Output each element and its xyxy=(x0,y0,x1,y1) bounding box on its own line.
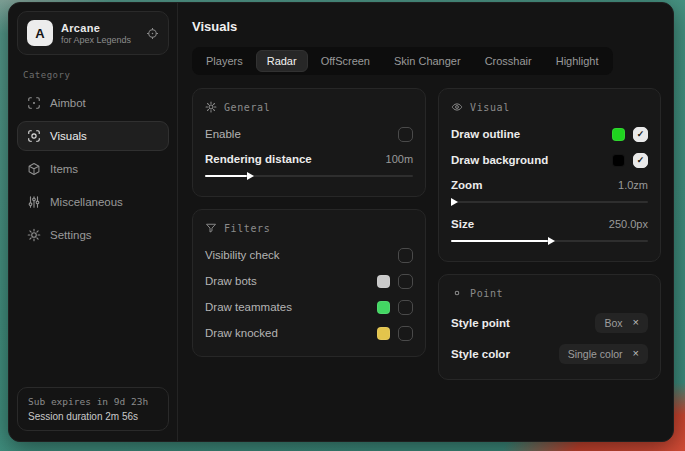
gear-icon xyxy=(205,101,217,113)
rendering-distance-label: Rendering distance xyxy=(205,153,312,165)
zoom-value: 1.0zm xyxy=(618,179,648,191)
close-icon[interactable]: × xyxy=(633,348,639,359)
sliders-icon xyxy=(27,195,41,209)
funnel-icon xyxy=(205,222,217,234)
visual-panel: Visual Draw outline ✓ Draw background xyxy=(438,88,661,262)
tab-skin-changer[interactable]: Skin Changer xyxy=(383,50,472,72)
zoom-label: Zoom xyxy=(451,179,482,191)
draw-bots-controls xyxy=(377,274,413,289)
zoom-slider[interactable] xyxy=(451,197,648,207)
package-icon xyxy=(27,162,41,176)
style-point-row: Style point Box × xyxy=(451,307,648,338)
style-point-value: Box xyxy=(604,317,622,329)
sidebar-item-label: Miscellaneous xyxy=(50,196,123,208)
draw-knocked-label: Draw knocked xyxy=(205,327,278,339)
draw-teammates-label: Draw teammates xyxy=(205,301,292,313)
draw-knocked-color-swatch[interactable] xyxy=(377,327,390,340)
tab-highlight[interactable]: Highlight xyxy=(545,50,610,72)
slider-fill[interactable] xyxy=(205,175,247,177)
filters-panel-title: Filters xyxy=(224,223,270,234)
visibility-check-row: Visibility check xyxy=(205,242,413,268)
sidebar-item-visuals[interactable]: Visuals xyxy=(17,121,169,151)
visibility-check-checkbox[interactable] xyxy=(398,248,413,263)
tab-players[interactable]: Players xyxy=(195,50,254,72)
sidebar-item-items[interactable]: Items xyxy=(17,154,169,184)
rendering-distance-row: Rendering distance 100m xyxy=(205,147,413,170)
sidebar-item-settings[interactable]: Settings xyxy=(17,220,169,250)
style-point-label: Style point xyxy=(451,317,510,329)
main-content: Visuals Players Radar OffScreen Skin Cha… xyxy=(178,3,673,441)
style-color-select[interactable]: Single color × xyxy=(559,344,648,364)
sidebar-item-aimbot[interactable]: Aimbot xyxy=(17,88,169,118)
page-title: Visuals xyxy=(192,19,661,34)
target-icon[interactable] xyxy=(146,27,159,40)
app-window: A Arcane for Apex Legends Category Aimbo xyxy=(8,2,674,442)
enable-label: Enable xyxy=(205,128,241,140)
draw-knocked-controls xyxy=(377,326,413,341)
brand-subtitle: for Apex Legends xyxy=(61,35,131,45)
close-icon[interactable]: × xyxy=(633,317,639,328)
zoom-row: Zoom 1.0zm xyxy=(451,173,648,196)
draw-background-color-swatch[interactable] xyxy=(612,154,625,167)
rendering-distance-slider[interactable] xyxy=(205,171,413,181)
draw-bots-checkbox[interactable] xyxy=(398,274,413,289)
tab-offscreen[interactable]: OffScreen xyxy=(310,50,381,72)
style-color-row: Style color Single color × xyxy=(451,338,648,369)
draw-background-row: Draw background ✓ xyxy=(451,147,648,173)
right-column: Visual Draw outline ✓ Draw background xyxy=(438,88,661,380)
point-panel: Point Style point Box × Style color Sing… xyxy=(438,274,661,380)
general-panel-header: General xyxy=(205,98,413,121)
size-slider[interactable] xyxy=(451,236,648,246)
tab-crosshair[interactable]: Crosshair xyxy=(474,50,543,72)
draw-knocked-row: Draw knocked xyxy=(205,320,413,346)
style-color-label: Style color xyxy=(451,348,510,360)
style-color-value: Single color xyxy=(568,348,623,360)
visibility-check-label: Visibility check xyxy=(205,249,280,261)
brand-card: A Arcane for Apex Legends xyxy=(17,11,169,55)
crosshair-icon xyxy=(27,96,41,110)
draw-teammates-row: Draw teammates xyxy=(205,294,413,320)
left-column: General Enable Rendering distance 100m xyxy=(192,88,426,357)
general-panel: General Enable Rendering distance 100m xyxy=(192,88,426,197)
enable-row: Enable xyxy=(205,121,413,147)
brand-text: Arcane for Apex Legends xyxy=(61,22,131,45)
sidebar-item-label: Settings xyxy=(50,229,92,241)
slider-track xyxy=(451,201,648,203)
draw-outline-controls: ✓ xyxy=(612,127,648,142)
slider-fill[interactable] xyxy=(451,240,547,242)
filters-panel-header: Filters xyxy=(205,219,413,242)
draw-outline-checkbox[interactable]: ✓ xyxy=(633,127,648,142)
session-duration-text: Session duration 2m 56s xyxy=(28,411,158,422)
sidebar-item-label: Visuals xyxy=(50,130,87,142)
draw-outline-color-swatch[interactable] xyxy=(612,128,625,141)
sidebar-item-label: Aimbot xyxy=(50,97,86,109)
draw-teammates-color-swatch[interactable] xyxy=(377,301,390,314)
scan-eye-icon xyxy=(27,129,41,143)
size-label: Size xyxy=(451,218,474,230)
draw-outline-row: Draw outline ✓ xyxy=(451,121,648,147)
tabbar: Players Radar OffScreen Skin Changer Cro… xyxy=(192,47,613,75)
brand-name: Arcane xyxy=(61,22,131,34)
dot-icon xyxy=(451,287,463,299)
filters-panel: Filters Visibility check Draw bots xyxy=(192,209,426,357)
size-row: Size 250.0px xyxy=(451,212,648,235)
size-value: 250.0px xyxy=(609,218,648,230)
draw-bots-color-swatch[interactable] xyxy=(377,275,390,288)
draw-background-checkbox[interactable]: ✓ xyxy=(633,153,648,168)
draw-outline-label: Draw outline xyxy=(451,128,520,140)
visual-panel-title: Visual xyxy=(470,102,510,113)
point-panel-title: Point xyxy=(470,288,503,299)
draw-bots-label: Draw bots xyxy=(205,275,257,287)
draw-teammates-checkbox[interactable] xyxy=(398,300,413,315)
gear-icon xyxy=(27,228,41,242)
draw-background-controls: ✓ xyxy=(612,153,648,168)
tab-radar[interactable]: Radar xyxy=(256,50,308,72)
sidebar-item-miscellaneous[interactable]: Miscellaneous xyxy=(17,187,169,217)
eye-icon xyxy=(451,101,463,113)
style-point-select[interactable]: Box × xyxy=(595,313,648,333)
sidebar-item-label: Items xyxy=(50,163,78,175)
sub-expires-text: Sub expires in 9d 23h xyxy=(28,396,158,407)
enable-checkbox[interactable] xyxy=(398,127,413,142)
draw-background-label: Draw background xyxy=(451,154,548,166)
draw-knocked-checkbox[interactable] xyxy=(398,326,413,341)
